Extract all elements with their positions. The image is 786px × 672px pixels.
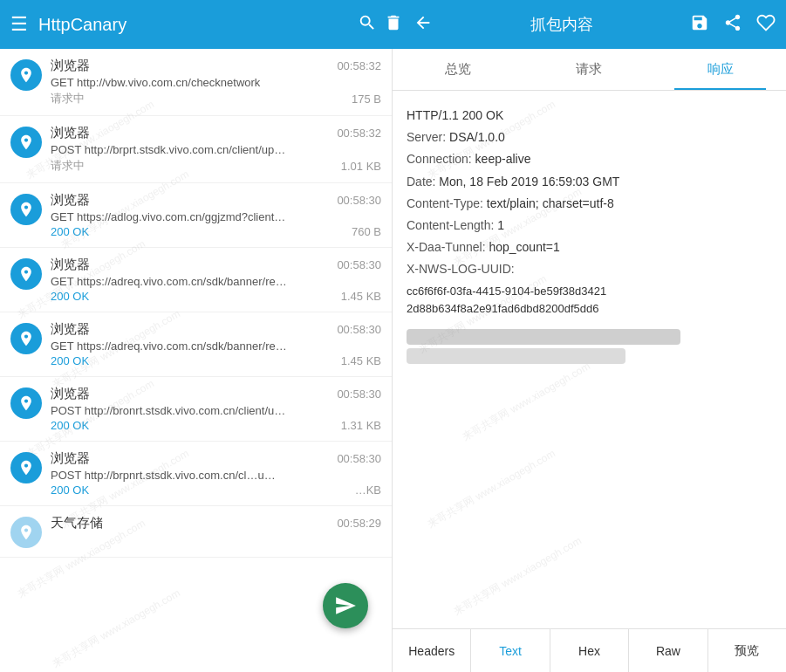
packet-header: 浏览器 00:58:30 bbox=[51, 321, 381, 338]
list-item[interactable]: 浏览器 00:58:30 POST http://brpnrt.stsdk.vi… bbox=[0, 442, 392, 506]
packet-status: 请求中 bbox=[51, 91, 85, 106]
packet-size: 1.45 KB bbox=[341, 290, 381, 303]
response-status-line: HTTP/1.1 200 OK bbox=[407, 105, 772, 127]
packet-list: 浏览器 00:58:32 GET http://vbw.vivo.com.cn/… bbox=[0, 49, 393, 672]
connection-label: Connection: bbox=[407, 152, 475, 166]
fab-container bbox=[323, 583, 368, 628]
list-item[interactable]: 浏览器 00:58:30 GET https://adreq.vivo.com.… bbox=[0, 248, 392, 312]
response-server: Server: DSA/1.0.0 bbox=[407, 127, 772, 148]
content-length-label: Content-Length: bbox=[407, 218, 497, 232]
tab-hex[interactable]: Hex bbox=[550, 629, 629, 672]
packet-status: 200 OK bbox=[51, 354, 89, 367]
packet-header: 天气存储 00:58:29 bbox=[51, 515, 381, 531]
packet-header: 浏览器 00:58:30 bbox=[51, 386, 381, 402]
packet-status: 200 OK bbox=[51, 419, 89, 432]
search-icon[interactable] bbox=[358, 13, 377, 37]
packet-header: 浏览器 00:58:32 bbox=[51, 125, 381, 141]
packet-icon bbox=[10, 517, 42, 548]
packet-header: 浏览器 00:58:30 bbox=[51, 192, 381, 209]
list-item[interactable]: 浏览器 00:58:30 GET https://adreq.vivo.com.… bbox=[0, 312, 392, 377]
tab-raw[interactable]: Raw bbox=[629, 629, 707, 672]
packet-status: 200 OK bbox=[51, 483, 89, 497]
right-panel-header: 抓包内容 bbox=[403, 13, 776, 37]
back-icon[interactable] bbox=[414, 13, 433, 37]
packet-app: 天气存储 bbox=[51, 515, 103, 531]
share-icon[interactable] bbox=[723, 13, 742, 36]
packet-status-row: 200 OK …KB bbox=[51, 483, 381, 497]
packet-app: 浏览器 bbox=[51, 125, 90, 141]
packet-header: 浏览器 00:58:30 bbox=[51, 450, 381, 467]
top-bar: ☰ HttpCanary 抓包内容 bbox=[0, 0, 786, 49]
send-fab-button[interactable] bbox=[323, 583, 368, 628]
list-item[interactable]: 天气存储 00:58:29 bbox=[0, 506, 392, 558]
tab-request[interactable]: 请求 bbox=[523, 49, 654, 90]
packet-time: 00:58:30 bbox=[337, 387, 381, 401]
packet-icon bbox=[10, 452, 42, 483]
packet-icon bbox=[10, 194, 42, 225]
response-x-daa: X-Daa-Tunnel: hop_count=1 bbox=[407, 237, 772, 258]
packet-info: 浏览器 00:58:30 POST http://bronrt.stsdk.vi… bbox=[51, 386, 381, 432]
connection-value: keep-alive bbox=[475, 152, 531, 166]
packet-status-row: 200 OK 1.45 KB bbox=[51, 290, 381, 303]
packet-header: 浏览器 00:58:30 bbox=[51, 257, 381, 273]
response-uuid: cc6f6f6f-03fa-4415-9104-be59f38d3421 2d8… bbox=[407, 283, 772, 319]
status-text: HTTP/1.1 200 OK bbox=[407, 108, 503, 122]
packet-status: 200 OK bbox=[51, 290, 89, 303]
packet-status-row: 200 OK 760 B bbox=[51, 225, 381, 238]
packet-url: GET http://vbw.vivo.com.cn/checknetwork bbox=[51, 76, 381, 89]
packet-url: POST http://bronrt.stsdk.vivo.com.cn/cli… bbox=[51, 404, 381, 417]
tab-headers[interactable]: Headers bbox=[393, 629, 471, 672]
response-x-nws: X-NWS-LOG-UUID: bbox=[407, 258, 772, 280]
tab-text[interactable]: Text bbox=[471, 629, 550, 672]
app-title: HttpCanary bbox=[38, 15, 344, 35]
packet-url: GET https://adlog.vivo.com.cn/ggjzmd?cli… bbox=[51, 210, 381, 223]
delete-icon[interactable] bbox=[384, 13, 403, 37]
packet-app: 浏览器 bbox=[51, 321, 90, 338]
tab-preview[interactable]: 预览 bbox=[708, 629, 786, 672]
packet-size: 760 B bbox=[352, 225, 381, 238]
packet-icon bbox=[10, 59, 42, 91]
date-value: Mon, 18 Feb 2019 16:59:03 GMT bbox=[439, 175, 619, 189]
list-item[interactable]: 浏览器 00:58:32 POST http://brprt.stsdk.viv… bbox=[0, 116, 392, 183]
packet-status: 200 OK bbox=[51, 225, 89, 238]
packet-info: 浏览器 00:58:30 GET https://adreq.vivo.com.… bbox=[51, 257, 381, 303]
packet-time: 00:58:30 bbox=[337, 452, 381, 465]
response-content: HTTP/1.1 200 OK Server: DSA/1.0.0 Connec… bbox=[393, 91, 786, 628]
list-item[interactable]: 浏览器 00:58:30 GET https://adlog.vivo.com.… bbox=[0, 183, 392, 248]
response-content-type: Content-Type: text/plain; charset=utf-8 bbox=[407, 193, 772, 215]
server-value: DSA/1.0.0 bbox=[449, 130, 505, 144]
blurred-content-area bbox=[407, 329, 772, 364]
packet-status-row: 请求中 175 B bbox=[51, 91, 381, 106]
response-date: Date: Mon, 18 Feb 2019 16:59:03 GMT bbox=[407, 171, 772, 193]
left-panel-header: ☰ HttpCanary bbox=[10, 13, 403, 37]
tab-overview[interactable]: 总览 bbox=[393, 49, 523, 90]
packet-app: 浏览器 bbox=[51, 58, 90, 74]
packet-size: …KB bbox=[355, 483, 381, 497]
packet-detail: 总览 请求 响应 HTTP/1.1 200 OK Server: DSA/1.0… bbox=[393, 49, 786, 672]
packet-app: 浏览器 bbox=[51, 257, 90, 273]
x-daa-value: hop_count=1 bbox=[489, 240, 559, 254]
list-item[interactable]: 浏览器 00:58:32 GET http://vbw.vivo.com.cn/… bbox=[0, 49, 392, 116]
packet-icon bbox=[10, 127, 42, 158]
packet-app: 浏览器 bbox=[51, 450, 90, 467]
main-content: 浏览器 00:58:32 GET http://vbw.vivo.com.cn/… bbox=[0, 49, 786, 672]
packet-status: 请求中 bbox=[51, 158, 85, 174]
hamburger-icon[interactable]: ☰ bbox=[10, 13, 28, 36]
packet-icon bbox=[10, 323, 42, 354]
tab-response[interactable]: 响应 bbox=[655, 49, 786, 90]
packet-time: 00:58:29 bbox=[337, 517, 381, 530]
packet-url: GET https://adreq.vivo.com.cn/sdk/banner… bbox=[51, 275, 381, 288]
heart-icon[interactable] bbox=[756, 13, 776, 36]
date-label: Date: bbox=[407, 175, 439, 189]
content-length-value: 1 bbox=[497, 218, 504, 232]
packet-size: 175 B bbox=[352, 93, 381, 106]
content-type-label: Content-Type: bbox=[407, 196, 487, 210]
response-content-length: Content-Length: 1 bbox=[407, 215, 772, 237]
packet-app: 浏览器 bbox=[51, 192, 90, 209]
packet-size: 1.01 KB bbox=[341, 160, 381, 173]
packet-time: 00:58:30 bbox=[337, 258, 381, 271]
packet-icon bbox=[10, 258, 42, 290]
server-label: Server: bbox=[407, 130, 449, 144]
save-icon[interactable] bbox=[690, 13, 709, 36]
list-item[interactable]: 浏览器 00:58:30 POST http://bronrt.stsdk.vi… bbox=[0, 377, 392, 442]
